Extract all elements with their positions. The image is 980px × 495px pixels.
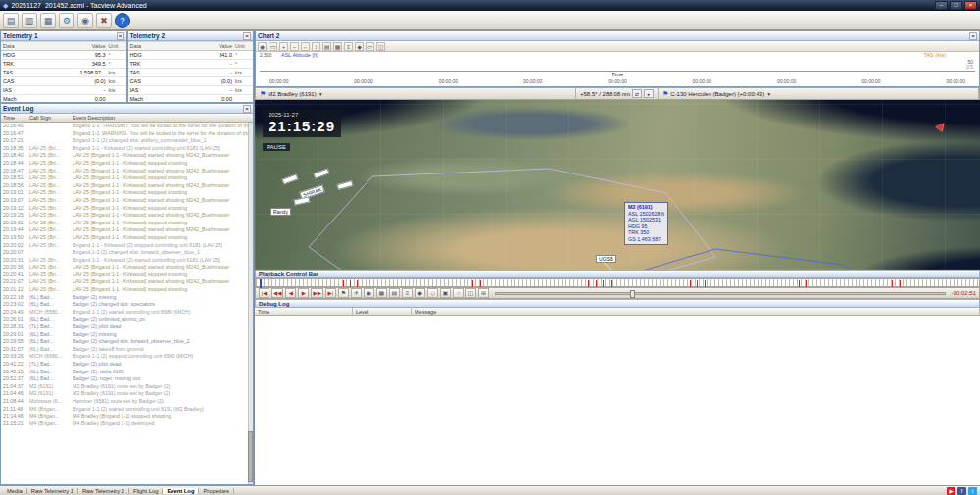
event-log-row[interactable]: 20:41:22(7L) Bad...Badger (2) pilot dead: [1, 361, 253, 369]
event-log-row[interactable]: 20:20:02LAV-25 (Bri...Brigand 1-1 - Kirk…: [1, 242, 253, 250]
event-log-row[interactable]: 20:19:01LAV-25 (Bri...LAV-25 [Brigand 1-…: [1, 189, 253, 197]
grid-icon[interactable]: ▤: [322, 42, 331, 51]
event-log-row[interactable]: 20:18:35LAV-25 (Bri...Brigand 1-1 - Kirk…: [1, 145, 253, 153]
playback-timeline[interactable]: [255, 278, 980, 287]
camera-icon[interactable]: ◉: [364, 288, 374, 298]
event-log-row[interactable]: 20:20:41LAV-25 (Bri...LAV-25 [Brigand 1-…: [1, 272, 253, 279]
event-log-row[interactable]: 20:16:40Brigand 1-1: TRANSMIT. You will …: [1, 123, 253, 130]
event-log-row[interactable]: 20:18:44LAV-25 (Bri...LAV-25 [Brigand 1-…: [1, 160, 253, 168]
event-log-row[interactable]: 20:16:47Brigand 1-1: WARNING. You will b…: [1, 130, 253, 138]
event-log-row[interactable]: 20:22:18(6L) Bad...Badger (2) missing: [1, 294, 253, 302]
event-log-row[interactable]: 20:33:26MICH (6580...Brigand 1-1 (2) sto…: [1, 353, 253, 361]
timeline-event-mark[interactable]: [697, 280, 698, 287]
m2-data-block[interactable]: M2 (6191)ASL 1502628 ftAGL 1502531HDG 95…: [624, 202, 668, 245]
event-log-row[interactable]: 20:19:25LAV-25 (Bri...LAV-25 [Brigand 1-…: [1, 212, 253, 220]
event-log-row[interactable]: 20:20:07Brigand 1-1 (2) changed slot: fo…: [1, 249, 253, 257]
event-log-row[interactable]: 20:21:07LAV-25 (Bri...LAV-25 [Brigand 1-…: [1, 278, 253, 286]
event-log-row[interactable]: 20:24:40MICH (6580...Brigand 1-1 (2) sta…: [1, 309, 253, 317]
event-log-row[interactable]: 20:18:56LAV-25 (Bri...LAV-25 [Brigand 1-…: [1, 182, 253, 190]
marker-icon[interactable]: ◆: [355, 42, 364, 51]
event-log-row[interactable]: 21:14:46M4 (Brigan...M4 Bradley [Brigand…: [1, 413, 253, 421]
event-log-row[interactable]: 20:45:15(6L) Bad...Badger (2): delta 618…: [1, 369, 253, 376]
open-file-icon[interactable]: ▤: [3, 13, 19, 28]
list-icon[interactable]: ≡: [402, 288, 413, 298]
tab-properties[interactable]: Properties: [199, 488, 233, 494]
map-3d-view[interactable]: 2025-11-27 21:15:29 PAUSE M2 (6191)ASL 1…: [255, 100, 980, 270]
timeline-event-mark[interactable]: [596, 280, 597, 287]
event-log-row[interactable]: 20:19:50LAV-25 (Bri...LAV-25 [Brigand 1-…: [1, 234, 253, 242]
marker-icon[interactable]: ◆: [415, 288, 425, 298]
timeline-event-mark[interactable]: [611, 280, 612, 287]
timeline-event-mark[interactable]: [343, 280, 344, 287]
facebook-icon[interactable]: f: [957, 487, 966, 495]
event-log-row[interactable]: 20:19:44LAV-25 (Bri...LAV-25 [Brigand 1-…: [1, 226, 253, 234]
select-icon[interactable]: ▭: [269, 42, 277, 51]
screenshot-camera-icon[interactable]: ◉: [77, 13, 93, 28]
timeline-event-mark[interactable]: [588, 280, 589, 287]
timeline-event-mark[interactable]: [806, 280, 807, 287]
aircraft-icon[interactable]: ✈: [351, 288, 362, 298]
add-window-icon[interactable]: ⊞: [478, 288, 489, 298]
zoom-out-icon[interactable]: −: [290, 42, 299, 51]
rewind-button[interactable]: ◀◀: [271, 288, 283, 298]
help-icon[interactable]: ?: [115, 13, 130, 28]
timeline-event-mark[interactable]: [705, 280, 706, 287]
flag-icon[interactable]: ⚑: [338, 288, 349, 298]
event-log-header[interactable]: Time Call Sign Event Description: [1, 114, 253, 123]
hollow-marker-icon[interactable]: ◇: [427, 288, 438, 298]
event-log-row[interactable]: 20:28:31(7L) Bad...Badger (2) pilot dead: [1, 323, 253, 331]
event-log-row[interactable]: 20:18:40LAV-25 (Bri...LAV-25 [Brigand 1-…: [1, 152, 253, 160]
target-icon[interactable]: ▣: [440, 288, 451, 298]
close-icon[interactable]: ×: [969, 32, 977, 40]
minimize-button[interactable]: –: [935, 1, 948, 10]
zoom-in-icon[interactable]: +: [279, 42, 288, 51]
event-log-row[interactable]: 21:04:46M2 (6191)M2 Bradley (6191) route…: [1, 390, 253, 398]
timeline-event-mark[interactable]: [799, 280, 800, 287]
tab-raw-telemetry-1[interactable]: Raw Telemetry 1: [27, 488, 78, 494]
event-log-row[interactable]: 20:19:12LAV-25 (Bri...LAV-25 [Brigand 1-…: [1, 205, 253, 213]
close-button[interactable]: ×: [964, 1, 977, 10]
timeline-event-mark[interactable]: [472, 280, 473, 287]
save-file-icon[interactable]: ▥: [22, 13, 37, 28]
timeline-event-mark[interactable]: [892, 280, 893, 287]
event-log-row[interactable]: 20:31:07(6L) Bad...Badger (2) takeoff fr…: [1, 346, 253, 354]
close-icon[interactable]: ×: [243, 32, 251, 40]
split-icon[interactable]: ◫: [466, 288, 476, 298]
timeline-event-mark[interactable]: [690, 280, 691, 287]
layers-icon[interactable]: ▦: [333, 42, 342, 51]
export-icon[interactable]: ▦: [40, 13, 56, 28]
slider-handle[interactable]: [630, 290, 635, 298]
timeline-event-mark[interactable]: [900, 280, 901, 287]
event-log-row[interactable]: 20:29:55(6L) Bad...Badger (2) changed sl…: [1, 338, 253, 346]
event-log-row[interactable]: 20:20:36LAV-25 (Bri...LAV-25 [Brigand 1-…: [1, 264, 253, 272]
camera-icon[interactable]: ◉: [258, 42, 267, 51]
settings-gear-icon[interactable]: ⚙: [59, 13, 74, 28]
timeline-event-mark[interactable]: [357, 280, 358, 287]
timeline-event-mark[interactable]: [350, 280, 351, 287]
chart-plot-area[interactable]: 2,500 ASL Altitude (ft) TAS (kts) 50 0.5: [260, 52, 975, 72]
link-objects-button[interactable]: ▸: [644, 89, 654, 98]
maximize-button[interactable]: □: [950, 1, 962, 10]
area-icon[interactable]: ▱: [366, 42, 374, 51]
event-log-row[interactable]: 20:17:21Brigand 1-1 (2) changed slot: ar…: [1, 137, 253, 145]
airport-chip[interactable]: Randy: [270, 208, 291, 216]
split-view-icon[interactable]: ◫: [376, 42, 385, 51]
timeline-cursor[interactable]: [260, 279, 262, 288]
tab-raw-telemetry-2[interactable]: Raw Telemetry 2: [78, 488, 129, 494]
event-log-row[interactable]: 20:19:07LAV-25 (Bri...LAV-25 [Brigand 1-…: [1, 197, 253, 205]
secondary-object-selector[interactable]: ⚑ C-130 Hercules (Badger) (+0:00:43) ▼: [659, 88, 979, 99]
timeline-event-mark[interactable]: [603, 280, 604, 287]
close-icon[interactable]: ×: [243, 105, 251, 113]
legend-icon[interactable]: ≡: [344, 42, 353, 51]
tools-icon[interactable]: ✖: [96, 13, 112, 28]
circle-icon[interactable]: ○: [453, 288, 464, 298]
tab-flight-log[interactable]: Flight Log: [129, 488, 163, 494]
tab-media[interactable]: Media: [3, 488, 27, 494]
jump-start-button[interactable]: |◀: [259, 288, 270, 298]
event-log-row[interactable]: 21:11:46M6 (Brigan...Brigand 1-1 (2) sta…: [1, 406, 253, 414]
debug-log-header[interactable]: Time Level Message: [255, 308, 980, 316]
step-back-button[interactable]: ◀: [285, 288, 296, 298]
tab-event-log[interactable]: Event Log: [163, 488, 199, 494]
youtube-icon[interactable]: ▶: [947, 487, 956, 495]
event-log-row[interactable]: 20:23:02(6L) Bad...Badger (2) changed sl…: [1, 301, 253, 309]
